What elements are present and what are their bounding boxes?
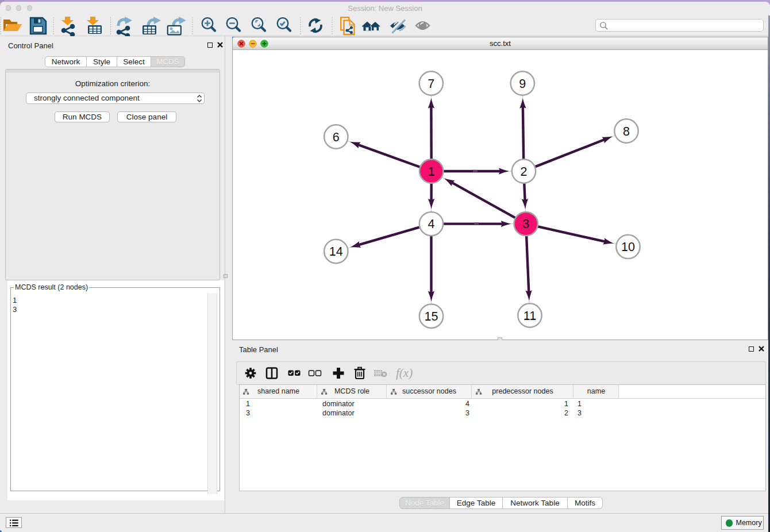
- svg-text:14: 14: [329, 245, 343, 259]
- svg-text:10: 10: [621, 240, 635, 254]
- svg-text:15: 15: [425, 310, 438, 323]
- svg-text:8: 8: [623, 125, 630, 138]
- svg-text:6: 6: [333, 130, 340, 144]
- svg-text:f(x): f(x): [396, 366, 413, 380]
- svg-text:1: 1: [428, 165, 435, 179]
- svg-text:7: 7: [428, 77, 434, 91]
- svg-text:4: 4: [428, 217, 435, 231]
- svg-text:9: 9: [519, 77, 526, 91]
- svg-text:11: 11: [523, 309, 536, 323]
- svg-text:2: 2: [521, 165, 528, 179]
- svg-text:3: 3: [522, 217, 529, 231]
